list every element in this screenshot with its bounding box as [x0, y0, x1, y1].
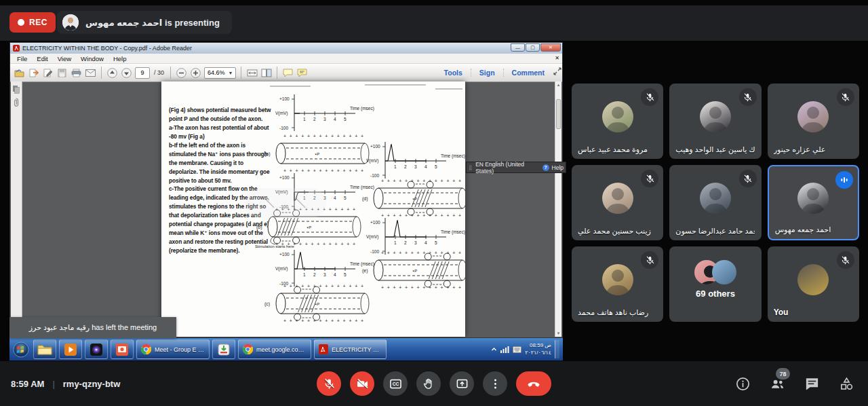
- vertical-scrollbar[interactable]: ▲ ▼: [555, 81, 561, 337]
- sign-pen-icon[interactable]: [42, 67, 54, 79]
- menu-file[interactable]: File: [12, 55, 32, 62]
- taskbar-player-icon[interactable]: [59, 339, 82, 359]
- adobe-reader-app-icon: [13, 45, 20, 52]
- participant-tile[interactable]: مروة محمد عبيد عباس: [572, 84, 663, 159]
- page-up-icon[interactable]: [106, 67, 118, 79]
- svg-text:V(mV): V(mV): [275, 111, 288, 116]
- zoom-level-select[interactable]: 64.6%▼: [204, 67, 236, 79]
- tray-expand-icon[interactable]: [491, 346, 497, 352]
- taskbar-window-chrome[interactable]: Meet - Group E - ...: [136, 339, 210, 359]
- scrollbar-thumb[interactable]: [556, 99, 561, 129]
- participant-tile[interactable]: أحمد حامد عبدالرضا حسون: [669, 165, 761, 240]
- close-button[interactable]: ✕: [540, 43, 561, 52]
- participant-tile[interactable]: احمد جمعه مهوس: [768, 165, 859, 240]
- maximize-button[interactable]: ▢: [526, 43, 540, 52]
- chat-button[interactable]: [804, 375, 820, 392]
- attachments-icon[interactable]: [13, 98, 20, 107]
- highlight-icon[interactable]: [296, 67, 308, 79]
- convert-icon[interactable]: [28, 67, 39, 79]
- comment-button[interactable]: Comment: [503, 69, 553, 77]
- avatar: [700, 183, 731, 214]
- email-icon[interactable]: [85, 67, 96, 79]
- meet-bottom-bar: 8:59 AM | rmy-qzny-btw CC 78: [0, 361, 868, 406]
- menu-view[interactable]: View: [53, 55, 76, 62]
- page-down-icon[interactable]: [121, 67, 132, 79]
- expand-toolbar-icon[interactable]: [553, 67, 561, 75]
- zoom-in-icon[interactable]: [190, 67, 201, 79]
- zoom-out-icon[interactable]: [176, 67, 187, 79]
- menu-edit[interactable]: Edit: [32, 55, 52, 62]
- language-bar-text: EN English (United States): [475, 161, 539, 174]
- participant-tile[interactable]: علي عزاره حينور: [768, 84, 859, 159]
- people-button[interactable]: 78: [769, 375, 785, 392]
- taskbar-capture-icon[interactable]: [111, 339, 134, 359]
- mic-off-icon: [641, 88, 658, 106]
- svg-text:1: 1: [394, 164, 397, 169]
- menubar-close-icon[interactable]: ✕: [555, 55, 559, 61]
- page-thumbnails-icon[interactable]: [13, 86, 20, 94]
- more-button[interactable]: [483, 371, 507, 396]
- svg-text:2: 2: [404, 164, 407, 169]
- info-button[interactable]: [734, 375, 751, 392]
- taskbar-explorer-icon[interactable]: [33, 339, 56, 359]
- taskbar-idm-icon[interactable]: [212, 339, 235, 359]
- fit-width-icon[interactable]: [246, 67, 258, 79]
- taskbar-camera-icon[interactable]: [85, 339, 108, 359]
- language-bar-grip[interactable]: ⣿: [469, 165, 473, 170]
- participant-tile[interactable]: رضاب ناهد هاتف محمد: [572, 246, 663, 322]
- comment-bubble-icon[interactable]: [282, 67, 294, 79]
- language-bar[interactable]: ⣿ EN English (United States) ? Help: [466, 162, 566, 173]
- participant-tile[interactable]: زينب حسنين محمد علي: [572, 165, 663, 240]
- participant-tile[interactable]: 69 others: [669, 246, 761, 322]
- open-icon[interactable]: [14, 67, 25, 79]
- captions-button[interactable]: CC: [383, 371, 408, 396]
- mic-off-button[interactable]: [317, 371, 341, 396]
- tools-button[interactable]: Tools: [436, 69, 471, 77]
- sign-button[interactable]: Sign: [471, 69, 503, 77]
- network-icon[interactable]: [500, 346, 509, 353]
- axon-diagram-c: (c) + + + + + + + + + + + + + + + + + + …: [263, 282, 370, 327]
- two-page-icon[interactable]: [260, 67, 272, 79]
- tray-clock[interactable]: 08:59 ص٢٠٢١/٠٦/١٤: [525, 342, 551, 356]
- navigation-pane[interactable]: [11, 81, 22, 337]
- taskbar-window-pdf[interactable]: ELECTRICITY WIT...: [314, 339, 387, 359]
- menu-help[interactable]: Help: [108, 55, 132, 62]
- participant-tile[interactable]: تبارك ياسين عبد الواحد وهيب: [669, 84, 761, 159]
- svg-text:(b): (b): [256, 225, 262, 230]
- print-icon[interactable]: [71, 67, 82, 79]
- menu-window[interactable]: Window: [76, 55, 108, 62]
- participant-name: مروة محمد عبيد عباس: [578, 145, 648, 154]
- svg-text:+ + + + + + + + + + + + + +: + + + + + + + + + + + + + +: [283, 318, 363, 323]
- activities-button[interactable]: [838, 375, 854, 392]
- presenting-pill: احمد جمعه مهوس is presenting: [57, 11, 232, 34]
- svg-text:CC: CC: [392, 382, 399, 386]
- keyboard-icon[interactable]: [513, 346, 521, 353]
- cam-off-button[interactable]: [350, 371, 374, 396]
- participant-tile-you[interactable]: You: [768, 246, 859, 322]
- mic-off-icon: [739, 88, 757, 106]
- help-icon[interactable]: ?: [542, 164, 549, 171]
- scroll-down-icon[interactable]: ▼: [555, 330, 561, 337]
- language-bar-help-label[interactable]: Help: [552, 164, 564, 171]
- page-number-input[interactable]: 9: [135, 67, 150, 79]
- svg-text:+ + + + + + + + + + + + + +: + + + + + + + + + + + + + +: [283, 284, 363, 289]
- window-title-bar[interactable]: ELECTRICITY WITHIN THE BODY - Copy.pdf -…: [10, 43, 562, 54]
- call-controls: CC: [317, 371, 551, 396]
- taskbar-window-chrome[interactable]: meet.google.com...: [238, 339, 311, 359]
- save-icon[interactable]: [56, 67, 68, 79]
- scroll-up-icon[interactable]: ▲: [555, 81, 561, 88]
- show-desktop-button[interactable]: [555, 340, 559, 358]
- svg-text:5: 5: [435, 164, 437, 169]
- presenter-avatar: [62, 14, 79, 31]
- participant-name: زينب حسنين محمد علي: [578, 227, 651, 236]
- end-call-button[interactable]: [516, 371, 551, 396]
- raise-hand-button[interactable]: [416, 371, 441, 396]
- axon-diagram-e: (e) + + + + + + + + + + + + + + + + + + …: [361, 248, 465, 293]
- start-button[interactable]: [12, 340, 31, 359]
- present-button[interactable]: [450, 371, 474, 396]
- svg-text:1: 1: [303, 272, 306, 277]
- others-count-label: 69 others: [669, 289, 761, 299]
- participant-name: You: [774, 308, 789, 317]
- participant-name: تبارك ياسين عبد الواحد وهيب: [675, 145, 754, 154]
- minimize-button[interactable]: —: [511, 43, 525, 52]
